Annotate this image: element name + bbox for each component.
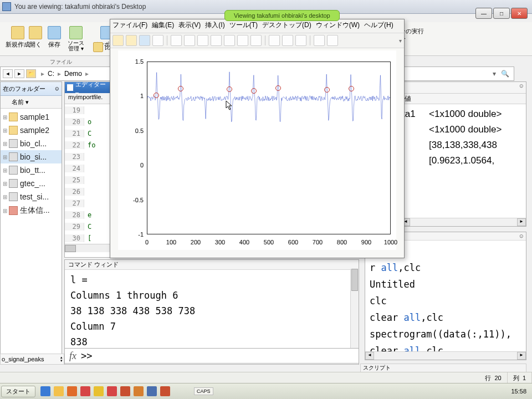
figure-menu-item[interactable]: ウィンドウ(W): [316, 21, 360, 29]
up-down-icon[interactable]: ▴▾: [60, 356, 63, 362]
history-item[interactable]: clc: [370, 293, 521, 309]
workspace-hscroll[interactable]: ◄ ►: [401, 218, 526, 226]
editor-line[interactable]: 24: [65, 162, 110, 174]
editor-hscroll[interactable]: [65, 244, 110, 252]
editor-line[interactable]: 30[: [65, 232, 110, 244]
editor-line[interactable]: 25: [65, 174, 110, 186]
file-row[interactable]: ⊞gtec_...: [1, 177, 62, 190]
figure-menu-item[interactable]: デスクトップ(D): [262, 21, 311, 29]
figure-menu-overflow-icon[interactable]: ▾: [399, 38, 402, 44]
editor-line[interactable]: 26: [65, 186, 110, 197]
dock-icon[interactable]: [327, 35, 338, 46]
scroll-right-icon[interactable]: ►: [517, 218, 526, 226]
folder-menu-icon[interactable]: ⊙: [55, 86, 59, 91]
figure-menu-item[interactable]: ファイル(F): [112, 21, 147, 29]
editor-line[interactable]: 23: [65, 151, 110, 162]
editor-line[interactable]: 19: [65, 104, 110, 116]
editor-line[interactable]: 27: [65, 197, 110, 209]
breadcrumb-dropdown-icon[interactable]: ▾: [493, 70, 496, 78]
figure-menu-item[interactable]: 挿入(I): [205, 21, 224, 29]
file-row[interactable]: ⊞sample1: [1, 110, 62, 124]
nav-fwd-icon[interactable]: ►: [14, 69, 24, 78]
file-row[interactable]: ⊞test_si...: [1, 190, 62, 203]
file-row[interactable]: ⊞bio_cl...: [1, 137, 62, 150]
taskbar-explorer-icon[interactable]: [54, 386, 64, 396]
figure-menu-item[interactable]: ヘルプ(H): [364, 21, 393, 29]
file-row[interactable]: ⊞bio_tt...: [1, 163, 62, 177]
workspace-row[interactable]: [0.9623,1.0564,: [402, 153, 525, 168]
expand-icon[interactable]: ⊞: [3, 194, 7, 200]
search-icon[interactable]: 🔍: [498, 70, 511, 78]
file-row[interactable]: ⊞bio_si...: [1, 150, 62, 163]
taskbar-matlab-icon[interactable]: [120, 386, 130, 396]
workspace-row[interactable]: <1x1000 double>: [402, 122, 525, 137]
expand-icon[interactable]: ⊞: [3, 167, 7, 173]
zoom-in-icon[interactable]: [184, 35, 195, 46]
workspace-value-col[interactable]: 値: [401, 94, 526, 104]
pointer-icon[interactable]: [171, 35, 182, 46]
taskbar-fig-icon[interactable]: [160, 386, 170, 396]
taskbar-app1-icon[interactable]: [67, 386, 77, 396]
taskbar-app4-icon[interactable]: [147, 386, 157, 396]
minimize-button[interactable]: —: [475, 8, 492, 19]
editor-line[interactable]: 20o: [65, 116, 110, 127]
colorbar-icon[interactable]: [282, 35, 293, 46]
taskbar-ie-icon[interactable]: [40, 386, 50, 396]
new-fig-icon[interactable]: [112, 35, 124, 46]
editor-line[interactable]: 28e: [65, 209, 110, 221]
rotate-icon[interactable]: [224, 35, 235, 46]
editor-line[interactable]: 29C: [65, 221, 110, 232]
open-button[interactable]: 開く: [25, 25, 45, 50]
taskbar-app2-icon[interactable]: [80, 386, 90, 396]
start-button[interactable]: スタート: [1, 386, 35, 397]
pan-icon[interactable]: [211, 35, 222, 46]
expand-icon[interactable]: ⊞: [3, 181, 7, 187]
save-fig-icon[interactable]: [139, 35, 150, 46]
expand-icon[interactable]: ⊞: [3, 141, 7, 147]
maximize-button[interactable]: □: [493, 8, 510, 19]
history-hscroll[interactable]: ◄ ►: [365, 351, 526, 360]
folder-name-column[interactable]: 名前 ▾: [1, 96, 62, 109]
link-icon[interactable]: [269, 35, 280, 46]
editor-line[interactable]: 21C: [65, 127, 110, 139]
breadcrumb-drive[interactable]: C:: [48, 70, 54, 78]
expand-icon[interactable]: ⊞: [3, 154, 7, 160]
nav-back-icon[interactable]: ◄: [3, 69, 13, 78]
command-vscroll[interactable]: [350, 269, 359, 356]
workspace-row[interactable]: ta1<1x1000 double>: [402, 106, 525, 122]
taskbar-app3-icon[interactable]: [94, 386, 104, 396]
history-item[interactable]: clear all,clc: [370, 309, 521, 326]
file-row[interactable]: ⊞生体信...: [1, 203, 62, 218]
history-item[interactable]: Untitled: [370, 276, 521, 293]
hide-tools-icon[interactable]: [314, 35, 325, 46]
command-input-row[interactable]: fx >>: [64, 348, 359, 364]
history-item[interactable]: r all,clc: [370, 259, 521, 276]
print-icon[interactable]: [152, 35, 163, 46]
expand-icon[interactable]: ⊞: [3, 127, 7, 134]
close-button[interactable]: ✕: [511, 8, 528, 19]
legend-icon[interactable]: [295, 35, 306, 46]
taskbar-ppt-icon[interactable]: [134, 386, 144, 396]
save-button[interactable]: 保存: [44, 25, 64, 50]
taskbar[interactable]: スタート CAPS 15:58: [0, 383, 532, 399]
history-menu-icon[interactable]: ⊙: [518, 233, 525, 240]
figure-window[interactable]: ファイル(F)編集(E)表示(V)挿入(I)ツール(T)デスクトップ(D)ウィン…: [110, 19, 405, 258]
breadcrumb-folder[interactable]: Demo: [64, 70, 82, 78]
taskbar-chrome-icon[interactable]: [107, 386, 117, 396]
datatip-icon[interactable]: [237, 35, 248, 46]
figure-axes-area[interactable]: 1.510.50-0.5-1 0100200300400500600700800…: [118, 50, 396, 250]
figure-menu-item[interactable]: ツール(T): [229, 21, 258, 29]
figure-menu-item[interactable]: 表示(V): [178, 21, 201, 29]
brush-icon[interactable]: [250, 35, 262, 46]
open-fig-icon[interactable]: [126, 35, 137, 46]
source-control-button[interactable]: ソース 管理 ▾: [64, 25, 88, 53]
zoom-out-icon[interactable]: [197, 35, 208, 46]
expand-icon[interactable]: ⊞: [3, 114, 7, 120]
figure-menu-item[interactable]: 編集(E): [152, 21, 174, 29]
figure-toolbar[interactable]: ▾: [110, 33, 404, 48]
workspace-row[interactable]: [38,138,338,438: [402, 137, 525, 153]
editor-line[interactable]: 22fo: [65, 139, 110, 151]
expand-icon[interactable]: ⊞: [3, 208, 7, 214]
figure-menubar[interactable]: ファイル(F)編集(E)表示(V)挿入(I)ツール(T)デスクトップ(D)ウィン…: [110, 19, 404, 33]
workspace-menu-icon[interactable]: ⊙: [518, 83, 525, 90]
